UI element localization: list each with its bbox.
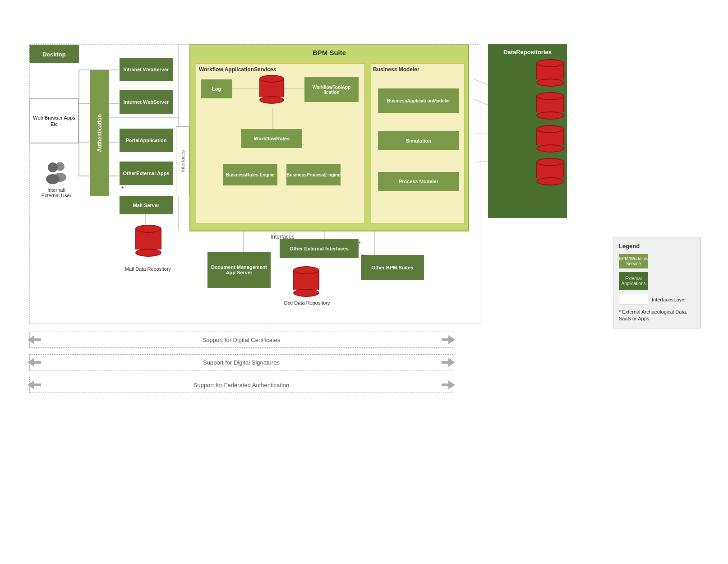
process-modeler-box: Process Modeler <box>378 172 459 191</box>
workflow-services-area: Workflow ApplicationServices Log Workflo… <box>196 63 365 223</box>
support-digital-sigs-bar: Support for Digital Signatures <box>29 354 453 370</box>
svg-point-19 <box>46 174 60 184</box>
arrow-right-sigs <box>442 358 455 367</box>
svg-rect-31 <box>33 361 41 364</box>
data-repositories-title: DataRepositories <box>493 49 562 55</box>
legend-container: Legend BPM/Workflow Service External App… <box>613 237 701 328</box>
simulation-box: Simulation <box>378 131 459 150</box>
biz-modeler-title: Business Modeler <box>373 66 419 73</box>
mail-data-label: Mail Data Repository <box>121 266 175 272</box>
mail-server-box: Mail Server <box>120 196 173 214</box>
dr-db2 <box>515 92 585 120</box>
legend-ext-apps-swatch: External Applications <box>619 272 648 290</box>
legend-bpm-item: BPM/Workflow Service <box>619 254 695 268</box>
support-digital-certs-bar: Support for Digital Certificates <box>29 332 453 348</box>
users-icon <box>38 160 74 185</box>
asterisk-other-external: * <box>121 185 124 192</box>
web-browser-box: Web Browser Apps Etc <box>29 98 79 143</box>
arrow-left-auth <box>28 380 41 389</box>
other-external-interfaces-box: Other External Interfaces <box>280 239 359 258</box>
interfaces-left-box: Interfaces <box>176 126 189 196</box>
desktop-box: Desktop <box>29 45 79 63</box>
support-digital-sigs-text: Support for Digital Signatures <box>203 359 280 366</box>
bpm-suite-container: BPM Suite Workflow ApplicationServices L… <box>189 44 469 231</box>
biz-app-modeler-box: BusinessApplicati onModeler <box>378 88 459 113</box>
support-digital-certs-text: Support for Digital Certificates <box>203 337 281 343</box>
workflow-tool-app-box: WorkflowToolApp lication <box>304 77 359 102</box>
log-box: Log <box>201 79 232 98</box>
business-process-engine-box: BusinessProcessE ngine <box>286 164 341 185</box>
user-label: Internal/ External User <box>38 187 74 198</box>
bpm-suite-title: BPM Suite <box>190 49 468 56</box>
biz-modeler-area: Business Modeler BusinessApplicati onMod… <box>371 63 465 223</box>
legend-interfaces-label: InterfacesLayer <box>652 297 686 302</box>
svg-rect-27 <box>33 338 41 341</box>
dr-db3 <box>515 125 585 153</box>
diagram-container: Desktop Web Browser Apps Etc Internal/ E… <box>0 0 728 564</box>
svg-marker-37 <box>448 380 455 389</box>
arrow-right-certs <box>442 335 455 344</box>
document-management-box: Document Management App Server <box>207 252 271 288</box>
intranet-webserver-box: Intranet WebServer <box>120 58 173 81</box>
legend-interfaces-swatch <box>619 294 648 305</box>
doc-data-label: Doc Data Repository <box>283 300 331 305</box>
portal-application-box: PortalApplication <box>120 129 173 152</box>
legend-ext-apps-item: External Applications <box>619 272 695 290</box>
legend-title: Legend <box>619 243 695 250</box>
svg-marker-29 <box>448 335 455 344</box>
oei-asterisk: * <box>359 240 361 247</box>
data-repositories-box: DataRepositories * <box>488 44 567 218</box>
obs-asterisk: * <box>362 253 364 259</box>
svg-rect-35 <box>33 384 41 386</box>
workflow-rules-box: WorkflowRules <box>241 129 302 148</box>
svg-point-18 <box>48 162 58 172</box>
support-federated-auth-text: Support for Federated Authentication <box>194 382 289 388</box>
authentication-box: Authentication <box>90 70 109 196</box>
internet-webserver-box: Internet WebServer <box>120 90 173 114</box>
arrow-right-auth <box>442 380 455 389</box>
support-federated-auth-bar: Support for Federated Authentication <box>29 377 453 393</box>
mail-data-db <box>135 225 161 257</box>
arrow-left-sigs <box>28 358 41 367</box>
workflow-db <box>259 75 284 104</box>
legend-interfaces-item: InterfacesLayer <box>619 294 695 305</box>
other-external-apps-box: OtherExternal Apps <box>120 162 173 185</box>
other-bpm-suites-box: Other BPM Suites <box>361 255 424 280</box>
workflow-services-title: Workflow ApplicationServices <box>199 66 276 73</box>
dr-db4 <box>515 158 585 185</box>
arrow-left-certs <box>28 335 41 344</box>
doc-data-db <box>293 266 319 297</box>
legend-bpm-swatch: BPM/Workflow Service <box>619 254 648 268</box>
dr-db1 <box>515 59 585 87</box>
business-rules-engine-box: BusinessRules Engine <box>223 164 277 185</box>
user-figure: Internal/ External User <box>38 160 74 198</box>
svg-marker-33 <box>448 358 455 367</box>
legend-asterisk-note: * External Archaeological Data, SaaS or … <box>619 309 695 323</box>
